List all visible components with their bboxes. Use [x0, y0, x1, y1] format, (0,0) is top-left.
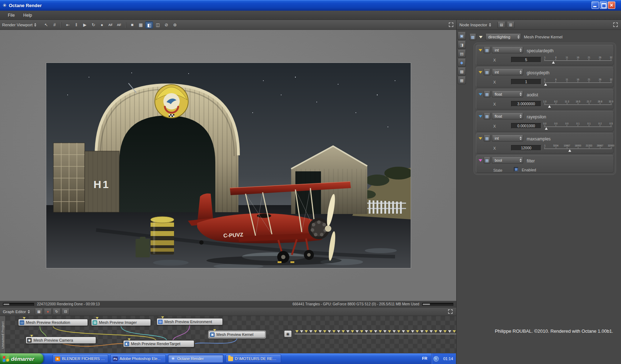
param-node-icon[interactable]: ▦	[484, 135, 490, 141]
param-type-dropdown[interactable]: int	[492, 47, 523, 53]
tray-chevron-icon[interactable]: ‹	[433, 356, 439, 362]
param-type-dropdown[interactable]: int	[492, 135, 523, 141]
autofocus-pick-icon[interactable]: AF	[115, 21, 123, 28]
viewport-type-dropdown[interactable]: Render Viewport	[2, 23, 36, 27]
param-node-icon[interactable]: ▦	[484, 91, 490, 97]
graph-refresh-icon[interactable]: ↻	[53, 309, 60, 315]
param-value-field[interactable]: 12000	[511, 145, 541, 151]
param-value-field[interactable]: 3.0000000	[511, 101, 541, 107]
minimize-button[interactable]	[591, 1, 599, 9]
param-slider[interactable]: 1.06.211.316.521.726.832.0	[543, 100, 613, 109]
param-value-field[interactable]: 5	[511, 57, 541, 63]
slider-thumb[interactable]	[545, 127, 548, 130]
display-solid-icon[interactable]: ■	[128, 21, 136, 28]
param-type-dropdown[interactable]: bool	[492, 157, 523, 164]
menu-file[interactable]: File	[4, 12, 19, 19]
grid-overlay-icon[interactable]: #	[51, 21, 58, 28]
project-tab[interactable]: Unnamed Project	[0, 316, 6, 354]
graph-mini-node[interactable]: ◉	[284, 330, 292, 337]
render-viewport[interactable]: H1	[0, 30, 456, 301]
graph-node-mesh-preview-rendertarget[interactable]: ◧ Mesh Preview RenderTarget	[123, 340, 194, 347]
graph-node-mesh-preview-resolution[interactable]: ▭ Mesh Preview Resolution	[18, 319, 88, 326]
param-type-dropdown[interactable]: float	[492, 91, 523, 97]
spinner-arrows[interactable]	[34, 23, 36, 27]
param-checkbox[interactable]	[514, 167, 519, 172]
spinner-arrows[interactable]	[28, 310, 30, 314]
close-button[interactable]	[608, 1, 615, 9]
param-type-dropdown[interactable]: float	[492, 113, 523, 119]
strip-image-icon[interactable]: ▩	[458, 68, 466, 75]
param-node-icon[interactable]: ▦	[484, 47, 490, 53]
param-slider[interactable]: 0.00.00.00.10.10.20.5	[543, 122, 613, 132]
start-button[interactable]: démarrer	[0, 353, 43, 364]
title-bar[interactable]: ✳ Octane Render	[0, 0, 621, 11]
kernel-type-dropdown[interactable]: directlighting	[485, 34, 521, 40]
graph-material-preview-icon[interactable]: ●	[44, 309, 52, 315]
graph-node-mesh-preview-environment[interactable]: ◎ Mesh Preview Environment	[157, 318, 223, 325]
display-checker-icon[interactable]: ▦	[137, 21, 144, 28]
param-name-label: rayepsilon	[527, 114, 546, 119]
param-slider[interactable]: 161116212632	[543, 55, 613, 65]
spinner-arrows[interactable]	[489, 23, 491, 27]
autofocus-icon[interactable]: AF	[106, 21, 114, 28]
kernel-collapse-triangle[interactable]	[479, 36, 483, 38]
pause-render-icon[interactable]: ‖	[72, 21, 80, 28]
task-blender[interactable]: B BLENDER FICHIERS B...	[53, 354, 108, 363]
restart-render-icon[interactable]: ⇤	[64, 21, 72, 28]
slider-thumb[interactable]	[568, 149, 571, 152]
node-pin-strip[interactable]	[295, 330, 456, 336]
resume-render-icon[interactable]: ▶	[81, 21, 89, 28]
graph-new-node-icon[interactable]: ▦	[35, 309, 43, 315]
task-photoshop[interactable]: Ps Adobe Photoshop Ele...	[110, 354, 166, 363]
pointer-tool-icon[interactable]: ↖	[42, 21, 50, 28]
graph-canvas[interactable]: ◉ ▭ Mesh Preview Resolution	[6, 316, 456, 354]
inspector-copy-icon[interactable]: ▥	[507, 22, 515, 28]
graph-expand-icon[interactable]	[447, 309, 453, 315]
param-slider[interactable]: 161116212632	[543, 77, 613, 87]
strip-screen-icon[interactable]: ▣	[458, 32, 466, 40]
param-slider[interactable]: 153341066716000213332666732000	[543, 144, 613, 154]
alpha-on-icon[interactable]: ⊛	[171, 21, 179, 28]
spinner-arrows[interactable]	[517, 35, 520, 39]
task-folder[interactable]: D:\MOTEURS DE RENDU	[226, 354, 281, 363]
strip-histogram-icon[interactable]: ▦	[458, 76, 466, 84]
strip-save-icon[interactable]: ◆	[458, 59, 466, 66]
strip-copy-icon[interactable]: ◨	[458, 41, 466, 49]
param-value-field[interactable]: 0.0001000	[511, 123, 541, 129]
param-node-icon[interactable]: ▦	[484, 157, 490, 164]
graph-node-mesh-preview-imager[interactable]: ▨ Mesh Preview Imager	[91, 319, 151, 326]
slider-thumb[interactable]	[552, 61, 555, 64]
render-image[interactable]: H1	[46, 63, 411, 268]
alpha-off-icon[interactable]: ⊘	[162, 21, 170, 28]
inspector-layout-icon[interactable]: ▤	[498, 22, 505, 28]
param-collapse-triangle[interactable]	[479, 137, 482, 140]
slider-thumb[interactable]	[544, 83, 547, 86]
param-value-field[interactable]: 1	[511, 79, 541, 85]
language-indicator[interactable]: FR	[422, 356, 427, 360]
task-octane[interactable]: ✳ Octane Render	[168, 354, 223, 363]
refresh-render-icon[interactable]: ↻	[89, 21, 97, 28]
display-compare-icon[interactable]: ◫	[154, 21, 162, 28]
menu-help[interactable]: Help	[19, 12, 36, 19]
render-region-icon[interactable]: ●	[98, 21, 106, 28]
param-node-icon[interactable]: ▦	[484, 69, 490, 75]
param-collapse-triangle[interactable]	[479, 49, 482, 52]
graph-editor-type-dropdown[interactable]: Graph Editor	[3, 310, 30, 314]
param-collapse-triangle[interactable]	[479, 71, 482, 74]
maximize-button[interactable]	[600, 1, 607, 9]
display-split-icon[interactable]: ◧	[145, 21, 153, 28]
inspector-expand-icon[interactable]	[612, 22, 619, 28]
graph-node-mesh-preview-camera[interactable]: ◉ Mesh Preview Camera	[26, 337, 96, 344]
param-collapse-triangle[interactable]	[479, 159, 482, 162]
slider-thumb[interactable]	[548, 105, 551, 108]
strip-film-icon[interactable]: ▤	[458, 50, 466, 58]
graph-snap-icon[interactable]: ⊟	[62, 309, 69, 315]
viewport-expand-icon[interactable]	[448, 22, 454, 28]
graph-node-mesh-preview-kernel[interactable]: ▣ Mesh Preview Kernel	[209, 331, 265, 338]
param-type-dropdown[interactable]: int	[492, 69, 523, 75]
param-collapse-triangle[interactable]	[479, 115, 482, 118]
kernel-node-icon[interactable]: ▩	[469, 34, 476, 40]
node-inspector-type-dropdown[interactable]: Node Inspector	[459, 23, 491, 27]
param-collapse-triangle[interactable]	[479, 93, 482, 96]
param-node-icon[interactable]: ▦	[484, 113, 490, 119]
